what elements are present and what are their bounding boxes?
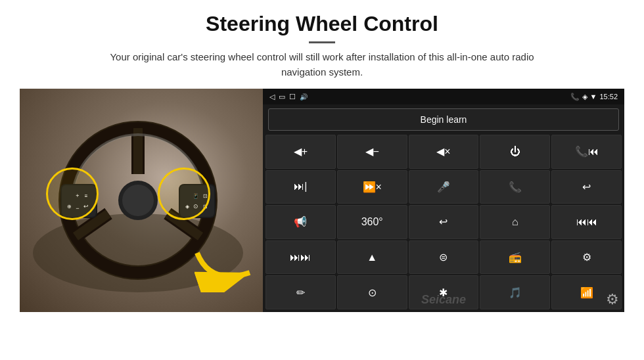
- grid-icon-power[interactable]: ⏻: [480, 135, 550, 169]
- grid-icon-back[interactable]: ↩: [409, 205, 479, 239]
- back-btn[interactable]: ◁: [269, 93, 275, 101]
- grid-icon-radio[interactable]: 📻: [480, 240, 550, 275]
- gear-icon[interactable]: ⚙: [606, 291, 619, 308]
- page-title: Steering Wheel Control: [206, 12, 438, 36]
- grid-icon-phone[interactable]: 📞: [480, 170, 550, 204]
- grid-icon-next-track[interactable]: ⏭|: [265, 170, 336, 204]
- grid-icon-home[interactable]: ⌂: [480, 205, 550, 239]
- yellow-arrow: [191, 240, 256, 292]
- icon-grid: ◀+◀−◀×⏻📞⏮⏭|⏩×🎤📞↩📢360°↩⌂⏮⏮⏭⏭▲⊜📻⚙✏⊙✱🎵📶: [263, 135, 624, 312]
- page-subtitle: Your original car's steering wheel contr…: [92, 50, 552, 79]
- grid-icon-vol-up[interactable]: ◀+: [265, 135, 336, 169]
- title-divider: [309, 41, 335, 43]
- grid-icon-navigate[interactable]: ▲: [337, 240, 407, 275]
- grid-icon-settings2[interactable]: ⊙: [337, 275, 407, 309]
- window-btn[interactable]: ▭: [279, 93, 285, 101]
- grid-icon-bluetooth[interactable]: ✱: [409, 275, 479, 309]
- signal-icon: 🔊: [300, 93, 308, 101]
- main-content: + ⊕ − ≡ ↩ 📱 ◈ ⊙ ⊡ ⊡: [20, 89, 624, 312]
- grid-icon-fast-fwd-x[interactable]: ⏩×: [337, 170, 407, 204]
- grid-icon-next-fast[interactable]: ⏭⏭: [265, 240, 336, 275]
- highlight-circle-right: [158, 168, 210, 220]
- begin-learn-button[interactable]: Begin learn: [268, 108, 619, 131]
- wifi-icon: ▼: [590, 93, 597, 101]
- page-container: Steering Wheel Control Your original car…: [0, 0, 644, 360]
- grid-icon-mute[interactable]: ◀×: [409, 135, 479, 169]
- grid-icon-draw[interactable]: ✏: [265, 275, 336, 309]
- car-image-area: + ⊕ − ≡ ↩ 📱 ◈ ⊙ ⊡ ⊡: [20, 89, 263, 312]
- grid-icon-microphone[interactable]: 🎤: [409, 170, 479, 204]
- time-display: 15:52: [599, 93, 618, 101]
- status-left: ◁ ▭ ☐ 🔊: [269, 93, 308, 101]
- android-screen: ◁ ▭ ☐ 🔊 📞 ◈ ▼ 15:52 Begin learn: [263, 89, 624, 312]
- grid-icon-phone-hangup[interactable]: ↩: [551, 170, 622, 204]
- grid-icon-phone-prev[interactable]: 📞⏮: [551, 135, 622, 169]
- grid-icon-speaker[interactable]: 📢: [265, 205, 336, 239]
- status-bar: ◁ ▭ ☐ 🔊 📞 ◈ ▼ 15:52: [263, 89, 624, 104]
- grid-icon-equalizer[interactable]: ⚙: [551, 240, 622, 275]
- grid-icon-mode[interactable]: ⊜: [409, 240, 479, 275]
- grid-icon-camera-360[interactable]: 360°: [337, 205, 407, 239]
- android-screen-wrapper: ◁ ▭ ☐ 🔊 📞 ◈ ▼ 15:52 Begin learn: [263, 89, 624, 312]
- highlight-circle-left: [46, 168, 99, 220]
- svg-point-10: [122, 185, 154, 216]
- square-btn[interactable]: ☐: [289, 93, 296, 101]
- grid-icon-prev-track[interactable]: ⏮⏮: [551, 205, 622, 239]
- grid-icon-music[interactable]: 🎵: [480, 275, 550, 309]
- status-right: 📞 ◈ ▼ 15:52: [570, 93, 618, 101]
- location-icon: ◈: [582, 93, 587, 101]
- phone-icon: 📞: [570, 93, 580, 101]
- grid-icon-vol-down[interactable]: ◀−: [337, 135, 407, 169]
